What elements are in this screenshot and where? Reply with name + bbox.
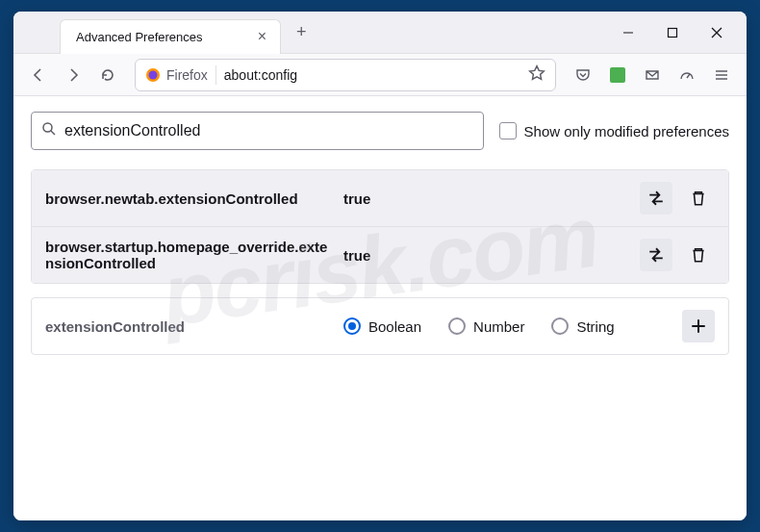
delete-button[interactable] [682, 182, 715, 215]
svg-rect-1 [669, 28, 677, 37]
back-button[interactable] [23, 60, 54, 90]
search-input[interactable] [64, 122, 473, 139]
preference-value: true [343, 247, 630, 264]
titlebar: Advanced Preferences × + [13, 12, 747, 54]
svg-point-5 [149, 70, 158, 79]
toggle-icon [647, 246, 665, 264]
toolbar: Firefox about:config [13, 54, 747, 96]
bookmark-star-icon[interactable] [524, 61, 549, 89]
inbox-icon[interactable] [637, 60, 668, 90]
identity-box[interactable]: Firefox [141, 65, 216, 85]
search-icon [41, 121, 57, 140]
delete-button[interactable] [682, 239, 715, 271]
url-text: about:config [224, 67, 524, 83]
radio-label: String [576, 318, 614, 335]
radio-icon [448, 317, 466, 335]
url-bar[interactable]: Firefox about:config [135, 59, 556, 91]
search-row: Show only modified preferences [31, 112, 729, 150]
show-modified-checkbox[interactable]: Show only modified preferences [499, 122, 729, 139]
checkbox-icon [499, 122, 517, 139]
maximize-button[interactable] [650, 12, 695, 54]
browser-window: Advanced Preferences × + [13, 12, 747, 520]
menu-button[interactable] [706, 60, 737, 90]
preference-row: browser.startup.homepage_override.extens… [32, 227, 728, 283]
window-controls [606, 12, 747, 54]
checkbox-label: Show only modified preferences [524, 123, 729, 139]
svg-point-10 [43, 123, 52, 132]
radio-string[interactable]: String [551, 317, 614, 335]
tab-title: Advanced Preferences [76, 30, 203, 44]
trash-icon [690, 246, 707, 264]
svg-line-11 [51, 131, 55, 135]
add-button[interactable] [682, 310, 715, 342]
svg-line-6 [687, 74, 690, 78]
tab-active[interactable]: Advanced Preferences × [60, 19, 281, 54]
new-preference-name: extensionControlled [45, 318, 334, 335]
toggle-button[interactable] [640, 182, 672, 215]
reload-button[interactable] [92, 60, 123, 90]
radio-label: Number [473, 318, 524, 335]
toggle-button[interactable] [640, 239, 672, 271]
radio-label: Boolean [368, 318, 421, 335]
trash-icon [690, 190, 707, 207]
type-radio-group: Boolean Number String [343, 317, 672, 335]
plus-icon [690, 317, 707, 335]
preference-name: browser.newtab.extensionControlled [45, 190, 334, 207]
search-box[interactable] [31, 112, 484, 150]
preference-list: browser.newtab.extensionControlled true … [31, 169, 729, 284]
firefox-icon [145, 67, 161, 83]
close-window-button[interactable] [695, 12, 739, 54]
toggle-icon [647, 190, 665, 207]
preference-row: browser.newtab.extensionControlled true [32, 170, 728, 227]
radio-icon [551, 317, 569, 335]
minimize-button[interactable] [606, 12, 650, 54]
radio-number[interactable]: Number [448, 317, 524, 335]
preference-value: true [343, 190, 630, 207]
preference-name: browser.startup.homepage_override.extens… [45, 239, 334, 271]
pocket-icon[interactable] [568, 60, 598, 90]
add-preference-row: extensionControlled Boolean Number Strin… [31, 297, 729, 355]
content-area: Show only modified preferences browser.n… [13, 96, 747, 520]
radio-boolean[interactable]: Boolean [343, 317, 421, 335]
radio-icon [343, 317, 361, 335]
close-tab-icon[interactable]: × [254, 26, 270, 47]
extension-icon[interactable] [602, 60, 633, 90]
identity-label: Firefox [166, 67, 208, 83]
new-tab-button[interactable]: + [289, 18, 315, 46]
forward-button[interactable] [58, 60, 89, 90]
speed-icon[interactable] [671, 60, 702, 90]
